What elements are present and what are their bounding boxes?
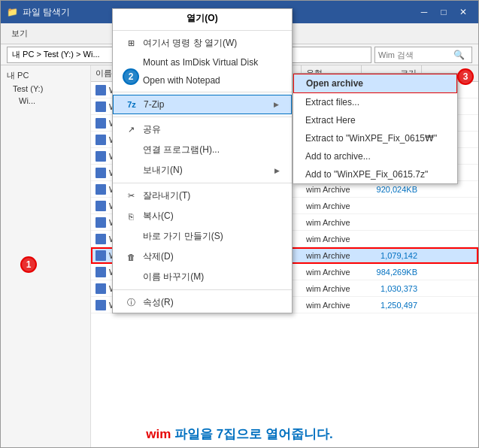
- extract-files-label: Extract files...: [305, 97, 359, 107]
- context-menu: 열기(O) ⊞ 여기서 명령 창 열기(W) Mount as ImDisk V…: [112, 8, 293, 313]
- menu-item-imdisk[interactable]: Mount as ImDisk Virtual Disk: [113, 53, 292, 71]
- menu-item-shortcut[interactable]: 바로 가기 만들기(S): [113, 226, 292, 247]
- sidebar-item-wi[interactable]: Wi...: [1, 95, 90, 107]
- open-archive-label: Open archive: [306, 78, 363, 89]
- extract-here-label: Extract Here: [305, 115, 356, 126]
- title-controls: ─ □ ✕: [415, 5, 472, 20]
- maximize-button[interactable]: □: [435, 5, 453, 20]
- file-icon: [95, 135, 106, 145]
- menu-separator-3: [113, 117, 292, 117]
- sidebar: 내 PC Test (Y:) Wi...: [1, 65, 91, 447]
- menu-item-delete-label: 삭제(D): [143, 250, 174, 263]
- menu-item-extract-to[interactable]: Extract to "WinXPE_Fix_0615₩": [293, 129, 457, 147]
- annotation-badge-1: 1: [20, 256, 37, 273]
- menu-item-open-archive[interactable]: Open archive: [293, 74, 457, 93]
- menu-item-delete[interactable]: 🗑 삭제(D): [113, 247, 292, 267]
- menu-item-shortcut-label: 바로 가기 만들기(S): [143, 230, 223, 243]
- cut-icon: ✂: [125, 191, 137, 201]
- menu-item-notepad[interactable]: Open with Notepad: [113, 71, 292, 89]
- menu-item-rename[interactable]: 이름 바꾸기(M): [113, 267, 292, 287]
- menu-item-send[interactable]: 보내기(N): [113, 160, 292, 180]
- menu-item-open-with[interactable]: 연결 프로그램(H)...: [113, 140, 292, 160]
- menu-item-extract-files[interactable]: Extract files...: [293, 93, 457, 111]
- menu-item-notepad-label: Open with Notepad: [143, 75, 220, 86]
- file-icon: [95, 151, 106, 162]
- file-icon: [95, 101, 106, 112]
- title-bar-left: 📁 파일 탐색기: [7, 6, 70, 19]
- minimize-button[interactable]: ─: [415, 5, 433, 20]
- menu-item-cut-label: 잘라내기(T): [143, 189, 190, 202]
- window-title: 파일 탐색기: [23, 6, 70, 19]
- file-icon: [95, 184, 106, 195]
- address-text: 내 PC > Test (Y:) > Wi...: [12, 49, 100, 60]
- window-icon: 📁: [7, 7, 18, 17]
- menu-item-copy[interactable]: ⎘ 복사(C): [113, 206, 292, 226]
- zip-icon: 7z: [126, 100, 138, 109]
- annotation-badge-3: 3: [457, 68, 474, 85]
- menu-item-copy-label: 복사(C): [143, 210, 174, 222]
- file-icon: [95, 267, 106, 277]
- annotation-badge-2: 2: [123, 68, 139, 85]
- menu-item-share-label: 공유: [143, 123, 161, 136]
- menu-item-imdisk-label: Mount as ImDisk Virtual Disk: [143, 57, 258, 68]
- props-icon: ⓘ: [125, 297, 137, 308]
- menu-item-cmd[interactable]: ⊞ 여기서 명령 창 열기(W): [113, 33, 292, 53]
- menu-item-send-label: 보내기(N): [143, 164, 183, 177]
- file-icon: [95, 234, 106, 244]
- add-archive-label: Add to archive...: [305, 151, 371, 162]
- share-icon: ↗: [125, 125, 137, 135]
- menu-item-props-label: 속성(R): [143, 296, 174, 309]
- view-button[interactable]: 보기: [7, 26, 32, 41]
- menu-item-props[interactable]: ⓘ 속성(R): [113, 292, 292, 313]
- file-icon: [95, 168, 106, 178]
- menu-item-cut[interactable]: ✂ 잘라내기(T): [113, 186, 292, 206]
- cmd-icon: ⊞: [125, 38, 137, 48]
- menu-separator-2: [113, 92, 292, 92]
- bottom-text-wim: wim: [146, 427, 171, 441]
- search-box[interactable]: 🔍: [374, 47, 472, 63]
- menu-separator: [113, 30, 292, 31]
- file-icon: [95, 300, 106, 310]
- explorer-window: 📁 파일 탐색기 ─ □ ✕ 보기 내 PC > Test (Y:) > Wi.…: [0, 0, 479, 448]
- menu-title: 열기(O): [113, 9, 292, 28]
- menu-item-7zip[interactable]: 7z 7-Zip: [113, 95, 292, 114]
- 7zip-submenu: Open archive Extract files... Extract He…: [293, 73, 458, 184]
- file-icon: [95, 201, 106, 211]
- menu-separator-4: [113, 183, 292, 183]
- file-icon: [95, 118, 106, 129]
- menu-item-cmd-label: 여기서 명령 창 열기(W): [143, 37, 237, 50]
- close-button[interactable]: ✕: [454, 5, 472, 20]
- menu-item-share[interactable]: ↗ 공유: [113, 120, 292, 140]
- menu-item-rename-label: 이름 바꾸기(M): [143, 271, 204, 283]
- menu-item-open-with-label: 연결 프로그램(H)...: [143, 144, 220, 156]
- menu-item-7zip-label: 7-Zip: [144, 99, 164, 110]
- menu-item-extract-here[interactable]: Extract Here: [293, 111, 457, 129]
- menu-separator-5: [113, 289, 292, 290]
- file-icon: [95, 217, 106, 228]
- sidebar-item-test[interactable]: Test (Y:): [1, 83, 90, 95]
- delete-icon: 🗑: [125, 253, 137, 262]
- sidebar-item-pc[interactable]: 내 PC: [1, 68, 90, 83]
- extract-to-label: Extract to "WinXPE_Fix_0615₩": [305, 133, 437, 144]
- search-icon: 🔍: [453, 50, 465, 60]
- bottom-instruction: wim 파일을 7집으로 열어줍니다.: [1, 425, 478, 443]
- search-input[interactable]: [378, 50, 453, 59]
- add-7z-label: Add to "WinXPE_Fix_0615.7z": [305, 169, 428, 180]
- bottom-text-rest: 파일을 7집으로 열어줍니다.: [174, 427, 333, 441]
- menu-item-add-archive[interactable]: Add to archive...: [293, 147, 457, 165]
- file-icon: [95, 85, 106, 95]
- file-icon: [95, 283, 106, 294]
- file-icon: [95, 250, 106, 261]
- copy-icon: ⎘: [125, 212, 137, 221]
- menu-item-add-7z[interactable]: Add to "WinXPE_Fix_0615.7z": [293, 165, 457, 183]
